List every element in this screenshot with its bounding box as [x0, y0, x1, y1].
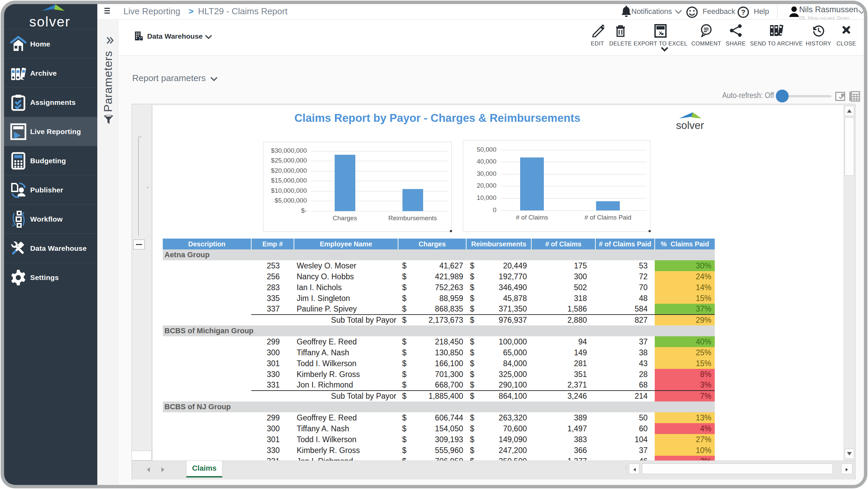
svg-text:?: ?	[741, 8, 746, 16]
svg-text:X: X	[659, 30, 662, 36]
